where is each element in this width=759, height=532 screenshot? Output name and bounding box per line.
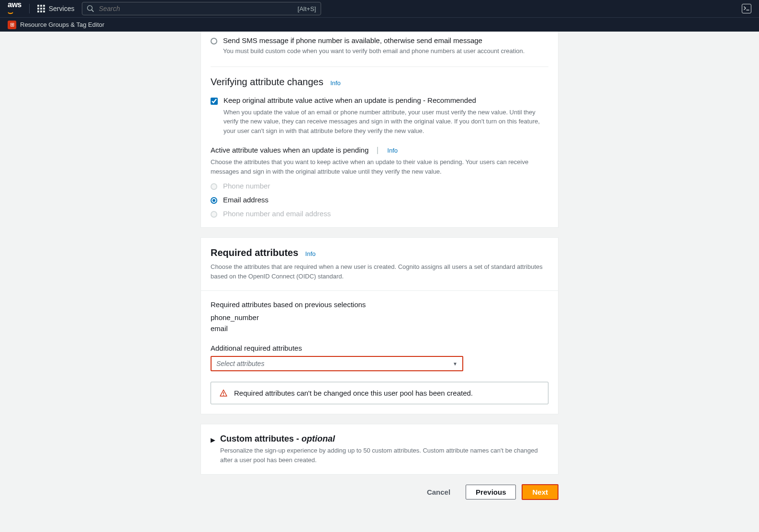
warning-icon xyxy=(220,389,227,397)
warning-text: Required attributes can't be changed onc… xyxy=(234,389,473,397)
grid-icon xyxy=(37,5,45,12)
additional-label: Additional required attributes xyxy=(211,344,548,352)
custom-attrs-desc: Personalize the sign-up experience by ad… xyxy=(220,446,548,465)
search-input[interactable] xyxy=(99,5,292,12)
based-on-label: Required attributes based on previous se… xyxy=(211,300,548,309)
expand-caret-icon[interactable]: ▶ xyxy=(211,436,215,443)
verifying-info-link[interactable]: Info xyxy=(330,79,341,87)
chevron-down-icon: ▼ xyxy=(453,361,458,366)
required-attrs-desc: Choose the attributes that are required … xyxy=(211,262,548,281)
next-button[interactable]: Next xyxy=(522,484,558,500)
active-both-label: Phone number and email address xyxy=(223,210,331,218)
search-shortcut: [Alt+S] xyxy=(298,5,316,12)
active-email-radio[interactable] xyxy=(211,197,217,204)
wizard-buttons: Cancel Previous Next xyxy=(201,484,558,500)
cancel-button[interactable]: Cancel xyxy=(417,485,460,499)
active-email-label: Email address xyxy=(223,196,268,204)
custom-attrs-title: Custom attributes - optional xyxy=(220,434,335,443)
svg-point-1 xyxy=(223,395,224,396)
search-icon xyxy=(87,5,94,12)
active-both-radio xyxy=(211,211,217,218)
top-nav: aws ⌣ Services [Alt+S] xyxy=(0,0,759,17)
required-attrs-warning: Required attributes can't be changed onc… xyxy=(211,382,548,404)
keep-original-helper: When you update the value of an email or… xyxy=(223,108,548,136)
active-both-row: Phone number and email address xyxy=(211,210,548,218)
custom-attributes-panel: ▶ Custom attributes - optional Personali… xyxy=(201,424,558,475)
keep-original-checkbox[interactable] xyxy=(211,98,218,105)
services-label: Services xyxy=(49,5,75,12)
select-placeholder: Select attributes xyxy=(216,360,453,367)
active-attrs-title: Active attribute values when an update i… xyxy=(211,146,368,154)
previous-button[interactable]: Previous xyxy=(466,485,516,499)
keep-original-row: Keep original attribute value active whe… xyxy=(211,96,548,105)
sms-email-helper: You must build custom code when you want… xyxy=(223,46,548,56)
sms-email-label: Send SMS message if phone number is avai… xyxy=(223,36,482,44)
active-attrs-info[interactable]: Info xyxy=(387,147,398,154)
search-box[interactable]: [Alt+S] xyxy=(82,2,321,15)
verifying-title: Verifying attribute changes xyxy=(211,77,324,87)
services-button[interactable]: Services xyxy=(37,5,75,12)
attr-email: email xyxy=(211,324,548,332)
active-attrs-helper: Choose the attributes that you want to k… xyxy=(211,157,548,176)
verification-panel: Send SMS message if phone number is avai… xyxy=(201,32,558,228)
active-phone-radio xyxy=(211,183,217,190)
active-phone-label: Phone number xyxy=(223,182,270,190)
second-nav: ⊞ Resource Groups & Tag Editor xyxy=(0,17,759,32)
active-phone-row: Phone number xyxy=(211,182,548,190)
required-attributes-panel: Required attributes Info Choose the attr… xyxy=(201,237,558,414)
cloudshell-icon[interactable] xyxy=(742,4,751,13)
resource-groups-link[interactable]: Resource Groups & Tag Editor xyxy=(20,21,104,28)
required-attrs-info[interactable]: Info xyxy=(305,250,316,257)
required-attrs-title: Required attributes xyxy=(211,247,298,258)
aws-logo[interactable]: aws ⌣ xyxy=(8,0,22,17)
nav-divider xyxy=(29,4,30,13)
sms-email-radio[interactable] xyxy=(211,38,217,44)
resource-groups-icon: ⊞ xyxy=(8,21,16,29)
sms-email-radio-row: Send SMS message if phone number is avai… xyxy=(211,36,548,44)
additional-attributes-select[interactable]: Select attributes ▼ xyxy=(211,356,463,371)
active-email-row: Email address xyxy=(211,196,548,204)
attr-phone: phone_number xyxy=(211,313,548,321)
keep-original-label: Keep original attribute value active whe… xyxy=(223,96,476,104)
main-content: Send SMS message if phone number is avai… xyxy=(201,32,558,514)
